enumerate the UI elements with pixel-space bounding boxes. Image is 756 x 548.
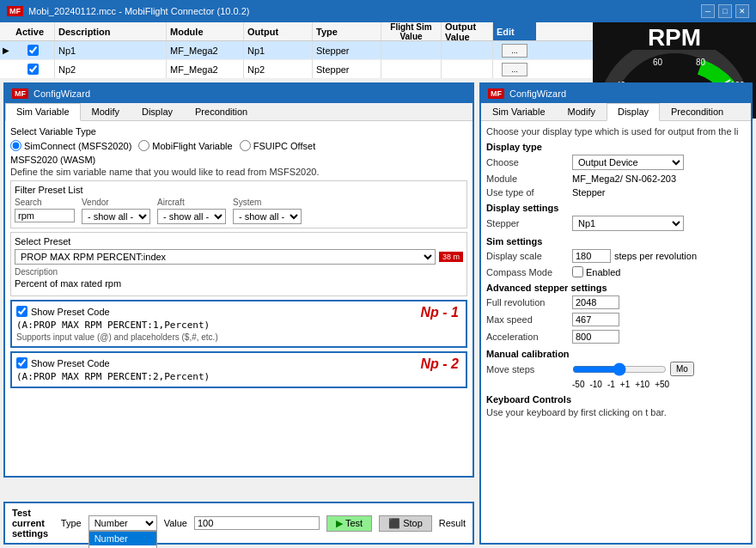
radio-mobiflight[interactable]: MobiFlight Variable bbox=[138, 140, 232, 151]
row2-desc: Np2 bbox=[55, 60, 167, 78]
full-rev-label: Full revolution bbox=[486, 297, 572, 307]
config-left-tabs: Sim Variable Modify Display Precondition bbox=[5, 103, 472, 121]
tab-display[interactable]: Display bbox=[131, 103, 184, 120]
slider-label-p50: +50 bbox=[655, 380, 669, 389]
use-type-row: Use type of Stepper bbox=[486, 187, 746, 198]
radio-simconnect[interactable]: SimConnect (MSFS2020) bbox=[10, 140, 131, 151]
col-header-active: Active bbox=[12, 22, 55, 40]
np2-show-preset-row: Show Preset Code Np - 2 bbox=[16, 357, 461, 368]
radio-group: SimConnect (MSFS2020) MobiFlight Variabl… bbox=[10, 140, 467, 151]
vendor-select[interactable]: - show all - bbox=[82, 209, 150, 224]
row1-active-checkbox[interactable] bbox=[27, 45, 39, 56]
row1-flightsim bbox=[381, 41, 442, 59]
value-input[interactable] bbox=[194, 516, 320, 530]
msfs-desc: Define the sim variable name that you wo… bbox=[10, 167, 467, 177]
right-tab-display[interactable]: Display bbox=[607, 103, 660, 121]
close-button[interactable]: ✕ bbox=[735, 4, 749, 18]
display-settings-label: Display settings bbox=[486, 203, 746, 213]
np1-show-preset-checkbox[interactable] bbox=[16, 306, 27, 317]
stepper-label: Stepper bbox=[486, 218, 572, 228]
module-value: MF_Mega2/ SN-062-203 bbox=[572, 174, 746, 184]
filter-system: System - show all - bbox=[233, 198, 302, 224]
config-wizard-right: MF ConfigWizard Sim Variable Modify Disp… bbox=[479, 82, 753, 545]
col-header-module: Module bbox=[167, 22, 244, 40]
type-dropdown-open: Number String bbox=[88, 531, 157, 548]
preset-select[interactable]: PROP MAX RPM PERCENT:index bbox=[15, 249, 436, 265]
row2-edit-button[interactable]: ... bbox=[502, 63, 527, 76]
config-left-title: ConfigWizard bbox=[34, 88, 90, 99]
np2-code: (A:PROP MAX RPM PERCENT:2,Percent) bbox=[16, 371, 461, 382]
acceleration-label: Acceleration bbox=[486, 332, 572, 342]
col-header-type: Type bbox=[313, 22, 381, 40]
choose-select[interactable]: Output Device bbox=[572, 155, 684, 170]
np1-show-preset-row: Show Preset Code Np - 1 bbox=[16, 306, 461, 317]
config-left-body: Select Variable Type SimConnect (MSFS202… bbox=[5, 121, 472, 476]
np2-label: Np - 2 bbox=[421, 356, 459, 372]
config-right-header: MF ConfigWizard bbox=[481, 84, 751, 103]
module-label: Module bbox=[486, 174, 572, 184]
slider-label-p1: +1 bbox=[620, 380, 630, 389]
row2-edit-cell[interactable]: ... bbox=[493, 60, 536, 78]
aircraft-select[interactable]: - show all - bbox=[157, 209, 226, 224]
select-variable-label: Select Variable Type bbox=[10, 126, 96, 137]
row1-output: Np1 bbox=[244, 41, 313, 59]
tab-modify[interactable]: Modify bbox=[81, 103, 131, 120]
np1-label: Np - 1 bbox=[421, 305, 459, 320]
keyboard-label: Keyboard Controls bbox=[486, 394, 746, 405]
right-tab-sim-variable[interactable]: Sim Variable bbox=[481, 103, 557, 120]
type-select[interactable]: Number String bbox=[88, 515, 157, 531]
stepper-select[interactable]: Np1 bbox=[572, 216, 684, 231]
row2-outputval bbox=[442, 60, 493, 78]
steps-per-rev-label: steps per revolution bbox=[614, 251, 697, 261]
tab-sim-variable[interactable]: Sim Variable bbox=[5, 103, 81, 121]
row1-desc: Np1 bbox=[55, 41, 167, 59]
tab-precondition[interactable]: Precondition bbox=[184, 103, 259, 120]
test-area: Test current settings Type Number String… bbox=[3, 502, 474, 545]
row2-active-checkbox[interactable] bbox=[27, 64, 39, 75]
maximize-button[interactable]: □ bbox=[718, 4, 732, 18]
filter-aircraft: Aircraft - show all - bbox=[157, 198, 226, 224]
row1-edit-button[interactable]: ... bbox=[502, 44, 527, 58]
row1-outputval bbox=[442, 41, 493, 59]
stop-button[interactable]: ⬛ Stop bbox=[379, 515, 432, 532]
right-tab-modify[interactable]: Modify bbox=[557, 103, 607, 120]
display-scale-input[interactable] bbox=[572, 249, 611, 263]
row2-indicator bbox=[0, 60, 12, 78]
acceleration-input[interactable] bbox=[572, 330, 619, 344]
move-steps-slider[interactable] bbox=[572, 362, 667, 376]
config-right-body: Choose your display type which is used f… bbox=[481, 121, 751, 543]
choose-label: Choose bbox=[486, 157, 572, 167]
row1-active-cell bbox=[12, 41, 55, 59]
right-tab-precondition[interactable]: Precondition bbox=[660, 103, 735, 120]
app-logo: MF bbox=[7, 6, 23, 16]
test-button[interactable]: ▶ Test bbox=[326, 515, 372, 532]
advanced-label: Advanced stepper settings bbox=[486, 283, 746, 293]
row2-active-cell bbox=[12, 60, 55, 78]
slider-label-p10: +10 bbox=[635, 380, 649, 389]
filter-preset-group: Filter Preset List Search Vendor - show … bbox=[10, 180, 467, 228]
full-rev-input[interactable] bbox=[572, 295, 619, 309]
row1-edit-cell[interactable]: ... bbox=[493, 41, 536, 59]
compass-enabled-checkbox[interactable] bbox=[572, 266, 583, 277]
table-row[interactable]: ▶ Np1 MF_Mega2 Np1 Stepper ... bbox=[0, 41, 593, 60]
move-steps-button[interactable]: Mo bbox=[670, 362, 694, 376]
slider-labels: -50 -10 -1 +1 +10 +50 bbox=[572, 380, 746, 389]
radio-fsuipc[interactable]: FSUIPC Offset bbox=[240, 140, 316, 151]
minimize-button[interactable]: ─ bbox=[701, 4, 715, 18]
dropdown-item-number[interactable]: Number bbox=[89, 532, 156, 545]
col-header-outputval: Output Value bbox=[442, 22, 493, 40]
title-bar: MF Mobi_20240112.mcc - MobiFlight Connec… bbox=[0, 0, 756, 22]
msfs-label: MSFS2020 (WASM) bbox=[10, 155, 467, 165]
config-left-logo: MF bbox=[12, 88, 28, 99]
np2-show-preset-checkbox[interactable] bbox=[16, 357, 27, 368]
app-title: Mobi_20240112.mcc - MobiFlight Connector… bbox=[28, 6, 249, 16]
window-controls[interactable]: ─ □ ✕ bbox=[701, 4, 749, 18]
system-label: System bbox=[233, 198, 302, 207]
max-speed-input[interactable] bbox=[572, 313, 619, 326]
search-input[interactable] bbox=[15, 209, 75, 222]
table-row[interactable]: Np2 MF_Mega2 Np2 Stepper ... bbox=[0, 60, 593, 79]
system-select[interactable]: - show all - bbox=[233, 209, 302, 224]
display-scale-row: Display scale steps per revolution bbox=[486, 249, 746, 263]
value-label: Value bbox=[164, 518, 187, 528]
col-header-output: Output bbox=[244, 22, 313, 40]
